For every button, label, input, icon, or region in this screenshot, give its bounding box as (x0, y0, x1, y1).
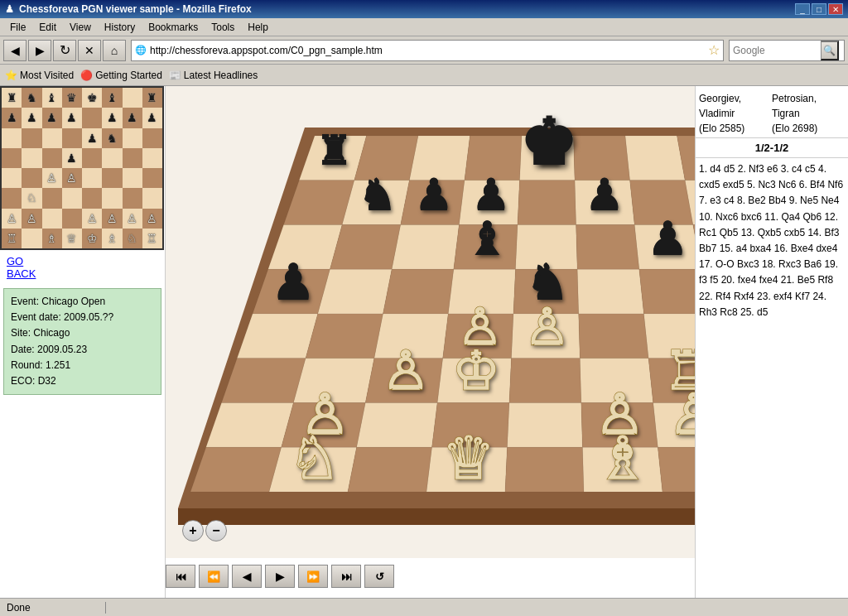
go-link[interactable]: GO (7, 255, 158, 267)
bookmark-most-visited[interactable]: ⭐Most Visited (5, 70, 74, 81)
mini-cell-7-3: ♕ (62, 229, 82, 248)
mini-piece: ♟ (26, 111, 37, 124)
mini-cell-5-6 (123, 188, 142, 208)
search-input[interactable] (730, 45, 821, 56)
forward-button[interactable]: ▶ (28, 40, 51, 61)
maximize-button[interactable]: □ (812, 3, 826, 15)
mini-cell-3-6 (123, 148, 142, 168)
mini-cell-3-7 (142, 148, 162, 168)
statusbar: Done (0, 598, 848, 616)
mini-piece: ♜ (147, 91, 157, 104)
toolbar: ◀ ▶ ↻ ✕ ⌂ 🌐 ☆ 🔍 (0, 36, 848, 65)
mini-board: ♜♞♝♛♚♝♜♟♟♟♟♟♟♟♟♞♟♙♙♘♙♙♙♙♙♙♖♗♕♔♗♘♖ (0, 86, 164, 250)
mini-cell-4-5 (102, 168, 122, 188)
menubar: FileEditViewHistoryBookmarksToolsHelp (0, 18, 848, 36)
url-icon: 🌐 (135, 45, 147, 55)
chess-canvas (166, 86, 695, 558)
zoom-in-button[interactable]: + (182, 520, 204, 541)
menu-item-tools[interactable]: Tools (205, 20, 241, 35)
back-link[interactable]: BACK (7, 267, 158, 280)
eco-info: ECO: D32 (11, 373, 154, 389)
moves-container: 1. d4 d5 2. Nf3 e6 3. c4 c5 4. cxd5 exd5… (696, 158, 848, 598)
go-back-links: GO BACK (0, 250, 165, 285)
event-info: Event: Chicago Open (11, 294, 154, 310)
mini-piece: ♙ (26, 212, 37, 225)
mini-piece: ♙ (147, 212, 157, 225)
mini-cell-1-3: ♟ (62, 108, 82, 128)
mini-cell-0-6 (123, 88, 142, 108)
back-button[interactable]: ◀ (3, 40, 26, 61)
moves-panel[interactable]: 1. d4 d5 2. Nf3 e6 3. c4 c5 4. cxd5 exd5… (696, 158, 848, 598)
mini-cell-7-7: ♖ (142, 229, 162, 248)
menu-item-bookmarks[interactable]: Bookmarks (142, 20, 205, 35)
next-move-button[interactable]: ▶ (265, 565, 295, 588)
star-button[interactable]: ☆ (708, 42, 720, 58)
black-elo: (Elo 2698) (772, 121, 845, 136)
back-5-button[interactable]: ⏪ (199, 565, 229, 588)
mini-cell-6-4: ♙ (82, 209, 102, 229)
mini-cell-5-3 (62, 188, 82, 208)
mini-cell-7-2: ♗ (42, 229, 62, 248)
flip-board-button[interactable]: ↺ (364, 565, 394, 588)
bookmark-getting-started[interactable]: 🔴Getting Started (80, 70, 162, 81)
search-go-button[interactable]: 🔍 (821, 41, 839, 60)
black-name: Petrosian, (772, 91, 845, 106)
mini-cell-4-2: ♙ (42, 168, 62, 188)
mini-piece: ♜ (7, 91, 17, 104)
mini-piece: ♞ (107, 132, 118, 145)
mini-cell-5-1: ♘ (22, 188, 41, 208)
mini-piece: ♟ (7, 111, 17, 124)
mini-piece: ♘ (127, 232, 137, 245)
menu-item-help[interactable]: Help (241, 20, 275, 35)
mini-cell-6-3 (62, 209, 82, 229)
mini-cell-2-5: ♞ (102, 128, 122, 148)
menu-item-edit[interactable]: Edit (32, 20, 63, 35)
prev-move-button[interactable]: ◀ (232, 565, 262, 588)
mini-piece: ♞ (26, 91, 37, 104)
game-info: Event: Chicago Open Event date: 2009.05.… (3, 288, 161, 395)
mini-piece: ♙ (7, 212, 17, 225)
first-move-button[interactable]: ⏮ (166, 565, 195, 588)
stop-button[interactable]: ✕ (78, 40, 101, 61)
board-controls: ⏮⏪◀▶⏩⏭↺ (166, 565, 695, 588)
menu-item-file[interactable]: File (3, 20, 32, 35)
mini-cell-7-1 (22, 229, 41, 248)
mini-piece: ♟ (87, 132, 98, 145)
mini-piece: ♟ (107, 111, 118, 124)
zoom-out-button[interactable]: − (205, 520, 227, 541)
mini-cell-1-6: ♟ (123, 108, 142, 128)
bookmark-latest-headlines[interactable]: 📰Latest Headlines (169, 70, 258, 81)
mini-cell-6-5: ♙ (102, 209, 122, 229)
home-button[interactable]: ⌂ (103, 40, 126, 61)
chess-3d-visual (166, 86, 695, 558)
minimize-button[interactable]: _ (795, 3, 810, 15)
mini-piece: ♟ (66, 152, 77, 165)
mini-cell-6-2 (42, 209, 62, 229)
mini-cell-0-5: ♝ (102, 88, 122, 108)
mini-cell-5-5 (102, 188, 122, 208)
mini-cell-3-0 (2, 148, 22, 168)
bookmark-icon: ⭐ (5, 70, 17, 81)
menu-item-view[interactable]: View (63, 20, 98, 35)
mini-cell-2-0 (2, 128, 22, 148)
white-elo: (Elo 2585) (699, 121, 772, 136)
mini-cell-3-2 (42, 148, 62, 168)
fwd-5-button[interactable]: ⏩ (298, 565, 328, 588)
reload-button[interactable]: ↻ (53, 40, 76, 61)
menu-item-history[interactable]: History (98, 20, 142, 35)
mini-cell-7-0: ♖ (2, 229, 22, 248)
mini-cell-2-1 (22, 128, 41, 148)
mini-cell-0-7: ♜ (142, 88, 162, 108)
mini-piece: ♖ (7, 232, 17, 245)
mini-cell-1-0: ♟ (2, 108, 22, 128)
address-bar[interactable] (150, 45, 708, 56)
mini-cell-1-5: ♟ (102, 108, 122, 128)
last-move-button[interactable]: ⏭ (331, 565, 361, 588)
close-button[interactable]: ✕ (828, 3, 843, 15)
zoom-controls: + − (182, 520, 227, 541)
mini-piece: ♙ (107, 212, 118, 225)
mini-piece: ♖ (147, 232, 157, 245)
players-info: Georgiev, Vladimir (Elo 2585) Petrosian,… (696, 86, 848, 138)
mini-cell-5-2 (42, 188, 62, 208)
mini-cell-7-5: ♗ (102, 229, 122, 248)
